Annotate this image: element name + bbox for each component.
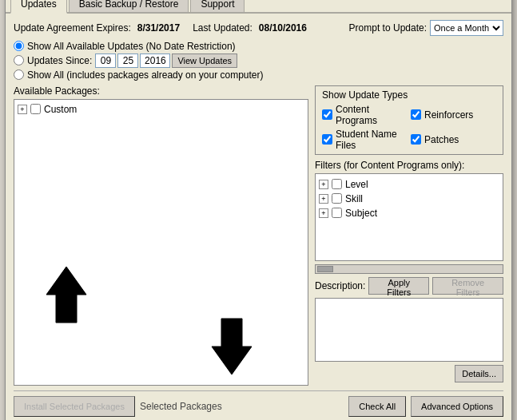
tree-expand-skill[interactable]: + [319, 194, 328, 204]
tab-basic-backup-restore[interactable]: Basic Backup / Restore [69, 0, 189, 12]
check-all-button[interactable]: Check All [348, 396, 406, 417]
radio-updates-since-label: Updates Since: [27, 55, 92, 66]
month-input[interactable] [95, 53, 116, 68]
main-area: Available Packages: + Custom [14, 85, 503, 386]
apply-filters-button[interactable]: Apply Filters [368, 277, 429, 295]
checkbox-content-programs[interactable] [322, 109, 332, 120]
bottom-left: Install Selected Packages Selected Packa… [14, 396, 222, 417]
radio-row-since: Updates Since: View Updates [14, 53, 503, 68]
tree-expand-level[interactable]: + [319, 180, 328, 189]
date-inputs: View Updates [95, 53, 237, 68]
update-types-box: Show Update Types Content Programs Reinf… [315, 85, 503, 155]
radio-group: Show All Available Updates (No Date Rest… [14, 41, 503, 81]
checkbox-subject[interactable] [332, 208, 342, 218]
tab-support[interactable]: Support [190, 0, 245, 12]
update-types-grid: Content Programs Reinforcers Student Nam… [322, 104, 496, 151]
description-box [315, 298, 503, 362]
day-input[interactable] [117, 53, 138, 68]
tab-updates[interactable]: Updates [10, 0, 67, 14]
filter-item-subject: + Subject [319, 206, 499, 220]
label-level: Level [345, 179, 368, 190]
radio-all-updates[interactable] [14, 41, 24, 51]
update-types-title: Show Update Types [322, 89, 496, 101]
tree-expand-subject[interactable]: + [319, 208, 328, 218]
update-type-patches: Patches [411, 129, 496, 151]
update-type-student-name: Student Name Files [322, 129, 408, 151]
available-packages-label: Available Packages: [14, 85, 308, 97]
details-row: Details... [315, 365, 503, 382]
label-patches: Patches [424, 134, 459, 145]
update-type-reinforcers: Reinforcers [411, 104, 496, 126]
description-label: Description: [315, 280, 365, 291]
filters-actions: Description: Apply Filters Remove Filter… [315, 277, 503, 295]
last-updated-date: 08/10/2016 [259, 22, 307, 34]
tree-item-custom: + Custom [18, 103, 304, 116]
radio-row-show-all: Show All (includes packages already on y… [14, 69, 503, 81]
radio-all-updates-label: Show All Available Updates (No Date Rest… [27, 41, 236, 52]
tree-expand-custom[interactable]: + [18, 105, 27, 114]
filters-label: Filters (for Content Programs only): [315, 160, 503, 171]
checkbox-student-name-files[interactable] [322, 134, 332, 145]
filter-item-skill: + Skill [319, 192, 499, 206]
radio-show-all-label: Show All (includes packages already on y… [27, 69, 264, 81]
arrow-up-indicator [38, 263, 94, 329]
checkbox-patches[interactable] [411, 134, 421, 145]
radio-show-all[interactable] [14, 69, 24, 80]
remove-filters-button[interactable]: Remove Filters [432, 277, 503, 295]
tree-label-custom: Custom [44, 104, 77, 115]
tab-bar: Updates Basic Backup / Restore Support [6, 0, 511, 14]
bottom-right: Check All Advanced Options [348, 396, 503, 417]
radio-updates-since[interactable] [14, 55, 24, 65]
last-updated-label: Last Updated: [193, 22, 253, 34]
bottom-row: Install Selected Packages Selected Packa… [14, 390, 503, 417]
details-button[interactable]: Details... [455, 365, 503, 382]
svg-marker-1 [212, 319, 252, 374]
right-panel: Show Update Types Content Programs Reinf… [315, 85, 503, 386]
prompt-select[interactable]: Once a Month Once a Week Never [430, 20, 503, 36]
filters-box[interactable]: + Level + Skill + Subject [315, 173, 503, 261]
agreement-label: Update Agreement Expires: [14, 22, 131, 34]
checkbox-level[interactable] [332, 179, 342, 189]
scroll-thumb[interactable] [317, 266, 333, 272]
filter-item-level: + Level [319, 177, 499, 192]
label-subject: Subject [345, 208, 377, 219]
radio-row-all-updates: Show All Available Updates (No Date Rest… [14, 41, 503, 52]
update-type-content: Content Programs [322, 104, 408, 126]
label-content-programs: Content Programs [336, 104, 408, 126]
tab-content: Update Agreement Expires: 8/31/2017 Last… [6, 14, 511, 421]
filters-scrollbar[interactable] [315, 264, 503, 274]
top-info-row: Update Agreement Expires: 8/31/2017 Last… [14, 20, 503, 36]
label-reinforcers: Reinforcers [424, 109, 473, 121]
left-panel: Available Packages: + Custom [14, 85, 308, 386]
prompt-label: Prompt to Update: [349, 22, 427, 34]
install-selected-packages-button[interactable]: Install Selected Packages [14, 396, 135, 417]
view-updates-button[interactable]: View Updates [172, 53, 237, 68]
main-window: DT Trainer Maintenance ─ □ ✕ Updates Bas… [5, 0, 512, 420]
checkbox-reinforcers[interactable] [411, 109, 421, 120]
label-skill: Skill [345, 193, 363, 204]
label-student-name-files: Student Name Files [336, 129, 408, 151]
checkbox-skill[interactable] [332, 193, 342, 204]
packages-box[interactable]: + Custom [14, 99, 308, 386]
svg-marker-0 [46, 267, 86, 323]
arrow-down-indicator [204, 315, 260, 381]
prompt-group: Prompt to Update: Once a Month Once a We… [349, 20, 503, 36]
advanced-options-button[interactable]: Advanced Options [411, 396, 503, 417]
checkbox-custom[interactable] [30, 104, 41, 114]
selected-packages-label: Selected Packages [140, 401, 222, 412]
year-input[interactable] [140, 53, 170, 68]
agreement-date: 8/31/2017 [137, 22, 180, 34]
